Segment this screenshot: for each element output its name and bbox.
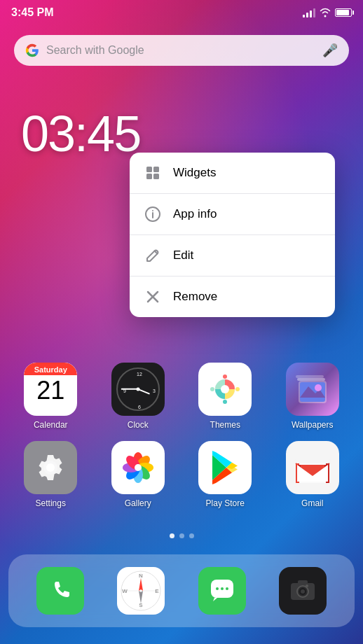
svg-point-17 [210,387,214,391]
svg-point-58 [306,584,308,587]
clock-display: 03:45 [21,105,140,162]
svg-rect-23 [297,378,325,381]
calendar-day-number: 21 [36,375,64,406]
svg-rect-24 [296,375,324,378]
clock-face: 12 3 6 9 [116,368,160,411]
playstore-label: Play Store [206,498,245,508]
google-icon [25,43,39,57]
svg-text:3: 3 [153,388,156,393]
app-themes[interactable]: Themes [182,357,269,435]
app-clock[interactable]: 12 3 6 9 Clock [95,357,182,435]
edit-icon [144,246,162,265]
dock-messages[interactable] [198,567,246,615]
phone-icon [36,567,84,615]
gallery-icon [111,441,165,494]
svg-text:12: 12 [137,372,142,377]
svg-point-52 [226,587,228,590]
info-icon [144,205,162,223]
svg-rect-0 [146,167,152,172]
app-wallpapers[interactable]: Wallpapers [269,357,357,435]
wallpapers-icon [286,363,339,416]
svg-point-14 [221,385,229,393]
svg-point-51 [221,587,224,590]
menu-item-widgets[interactable]: Widgets [130,153,335,194]
svg-rect-2 [146,174,152,179]
wifi-icon [319,8,331,18]
remove-icon [144,288,162,306]
app-grid: Saturday 21 Calendar 12 3 6 9 Clock [0,357,363,514]
status-time: 3:45 PM [11,6,53,19]
app-calendar[interactable]: Saturday 21 Calendar [7,357,95,435]
themes-icon [198,363,252,416]
menu-appinfo-label: App info [173,207,217,221]
svg-point-6 [152,210,153,211]
svg-rect-3 [153,174,159,179]
svg-point-50 [216,587,219,590]
search-placeholder: Search with Google [46,44,315,57]
svg-rect-54 [298,580,308,584]
app-gallery[interactable]: Gallery [95,435,182,514]
themes-label: Themes [210,420,240,430]
dock-camera[interactable] [279,567,327,615]
playstore-icon [198,441,252,494]
messages-icon [198,567,246,615]
page-dots [0,533,363,538]
page-dot-3[interactable] [189,533,194,538]
gmail-label: Gmail [301,498,323,508]
mic-icon[interactable]: 🎤 [322,43,338,58]
dock: N S E W [8,554,355,627]
dock-phone[interactable] [36,567,84,615]
calendar-label: Calendar [34,420,68,430]
gallery-label: Gallery [125,498,151,508]
calendar-day-name: Saturday [24,363,77,375]
battery-icon [335,8,352,17]
svg-point-22 [315,384,322,391]
wallpaper [0,0,363,644]
calendar-icon: Saturday 21 [24,363,77,416]
svg-rect-1 [153,167,159,172]
settings-icon [24,441,77,494]
app-settings[interactable]: Settings [7,435,95,514]
widgets-icon [144,164,162,182]
signal-icon [303,8,315,18]
search-bar[interactable]: Search with Google 🎤 [14,35,349,66]
camera-icon-dock [279,567,327,615]
safari-icon: N S E W [117,567,165,615]
page-dot-1[interactable] [170,533,174,538]
settings-label: Settings [36,498,66,508]
clock-icon: 12 3 6 9 [111,363,165,416]
menu-item-remove[interactable]: Remove [130,276,335,317]
app-playstore[interactable]: Play Store [182,435,269,514]
menu-edit-label: Edit [173,248,193,262]
clock-label: Clock [128,420,149,430]
wallpapers-label: Wallpapers [292,420,334,430]
page-dot-2[interactable] [179,533,184,538]
svg-text:S: S [139,602,144,608]
svg-point-33 [135,464,142,471]
svg-point-18 [235,387,240,391]
context-menu: Widgets App info Edit Remo [130,153,335,317]
menu-remove-label: Remove [173,290,217,304]
menu-item-appinfo[interactable]: App info [130,194,335,235]
status-bar: 3:45 PM [0,0,363,25]
dock-safari[interactable]: N S E W [117,567,165,615]
svg-text:W: W [122,588,128,594]
svg-point-15 [223,374,227,379]
svg-point-16 [223,400,227,404]
svg-text:N: N [139,573,143,579]
svg-text:E: E [156,588,160,594]
gmail-icon [286,441,339,494]
app-gmail[interactable]: Gmail [269,435,357,514]
status-icons [303,8,352,18]
menu-widgets-label: Widgets [173,166,216,180]
svg-text:6: 6 [138,405,141,410]
menu-item-edit[interactable]: Edit [130,235,335,276]
svg-point-57 [301,589,305,594]
